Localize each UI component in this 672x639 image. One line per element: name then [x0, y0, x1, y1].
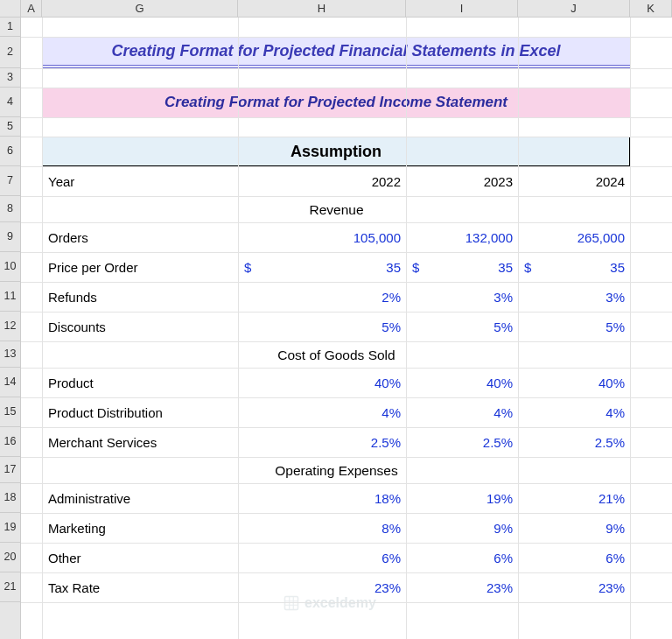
merch-2024[interactable]: 2.5%	[519, 428, 631, 458]
worksheet-grid[interactable]: Creating Format for Projected Financial …	[21, 18, 672, 639]
row-header-15[interactable]: 15	[0, 397, 20, 427]
year-2022-cell[interactable]: 2022	[239, 167, 407, 197]
ppo-2023[interactable]: $35	[407, 253, 519, 283]
refunds-label[interactable]: Refunds	[43, 283, 239, 312]
year-2023-cell[interactable]: 2023	[407, 167, 519, 197]
col-header-J[interactable]: J	[518, 0, 630, 17]
refunds-2022[interactable]: 2%	[239, 283, 407, 312]
column-header-row: A G H I J K	[0, 0, 672, 18]
merch-label[interactable]: Merchant Services	[43, 428, 239, 458]
product-row: Product 40% 40% 40%	[43, 369, 631, 398]
col-header-G[interactable]: G	[42, 0, 238, 17]
product-2022[interactable]: 40%	[239, 369, 407, 398]
ppo-label[interactable]: Price per Order	[43, 253, 239, 283]
other-row: Other 6% 6% 6%	[43, 544, 631, 573]
dollar-icon: $	[244, 260, 251, 275]
admin-2022[interactable]: 18%	[239, 484, 407, 514]
tax-2024[interactable]: 23%	[519, 573, 631, 603]
other-label[interactable]: Other	[43, 544, 239, 573]
refunds-row: Refunds 2% 3% 3%	[43, 283, 631, 312]
row-header-2[interactable]: 2	[0, 37, 20, 68]
orders-2024[interactable]: 265,000	[519, 223, 631, 253]
page-title-text: Creating Format for Projected Financial …	[111, 42, 560, 60]
merch-row: Merchant Services 2.5% 2.5% 2.5%	[43, 428, 631, 458]
refunds-2024[interactable]: 3%	[519, 283, 631, 312]
year-label-cell[interactable]: Year	[43, 167, 239, 197]
product-2023[interactable]: 40%	[407, 369, 519, 398]
mkt-2024[interactable]: 9%	[519, 514, 631, 544]
other-2024[interactable]: 6%	[519, 544, 631, 573]
section-revenue[interactable]: Revenue	[43, 197, 631, 223]
row-header-4[interactable]: 4	[0, 88, 20, 117]
discounts-2023[interactable]: 5%	[407, 312, 519, 342]
admin-label[interactable]: Administrative	[43, 484, 239, 514]
row-header-1[interactable]: 1	[0, 18, 20, 37]
proddist-2022[interactable]: 4%	[239, 398, 407, 428]
row-header-19[interactable]: 19	[0, 513, 20, 543]
mkt-2022[interactable]: 8%	[239, 514, 407, 544]
row-header-14[interactable]: 14	[0, 368, 20, 397]
sub-title: Creating Format for Projected Income Sta…	[42, 88, 630, 117]
row-header-20[interactable]: 20	[0, 543, 20, 572]
merch-2022[interactable]: 2.5%	[239, 428, 407, 458]
mkt-label[interactable]: Marketing	[43, 514, 239, 544]
row-header-5[interactable]: 5	[0, 117, 20, 137]
admin-2023[interactable]: 19%	[407, 484, 519, 514]
section-opex[interactable]: Operating Expenses	[43, 458, 631, 484]
assumption-header-text: Assumption	[290, 143, 382, 161]
discounts-2022[interactable]: 5%	[239, 312, 407, 342]
refunds-2023[interactable]: 3%	[407, 283, 519, 312]
assumption-table: Year 2022 2023 2024 Revenue Orders 105,0…	[42, 166, 631, 603]
col-header-I[interactable]: I	[406, 0, 518, 17]
page-title: Creating Format for Projected Financial …	[42, 37, 630, 68]
row-header-6[interactable]: 6	[0, 137, 20, 166]
product-2024[interactable]: 40%	[519, 369, 631, 398]
orders-2023[interactable]: 132,000	[407, 223, 519, 253]
ppo-2024-val: 35	[610, 260, 625, 275]
admin-row: Administrative 18% 19% 21%	[43, 484, 631, 514]
proddist-label[interactable]: Product Distribution	[43, 398, 239, 428]
col-header-K[interactable]: K	[630, 0, 672, 17]
mkt-row: Marketing 8% 9% 9%	[43, 514, 631, 544]
discounts-row: Discounts 5% 5% 5%	[43, 312, 631, 342]
row-header-13[interactable]: 13	[0, 341, 20, 368]
select-all-corner[interactable]	[0, 0, 21, 17]
row-header-7[interactable]: 7	[0, 166, 20, 196]
row-header-21[interactable]: 21	[0, 572, 20, 602]
ppo-2022[interactable]: $35	[239, 253, 407, 283]
assumption-header: Assumption	[42, 137, 630, 166]
orders-2022[interactable]: 105,000	[239, 223, 407, 253]
ppo-2023-val: 35	[498, 260, 513, 275]
orders-label[interactable]: Orders	[43, 223, 239, 253]
proddist-2024[interactable]: 4%	[519, 398, 631, 428]
col-header-H[interactable]: H	[238, 0, 406, 17]
row-header-3[interactable]: 3	[0, 68, 20, 88]
mkt-2023[interactable]: 9%	[407, 514, 519, 544]
tax-2022[interactable]: 23%	[239, 573, 407, 603]
sub-title-text: Creating Format for Projected Income Sta…	[164, 94, 508, 111]
col-header-A[interactable]: A	[21, 0, 42, 17]
orders-row: Orders 105,000 132,000 265,000	[43, 223, 631, 253]
tax-2023[interactable]: 23%	[407, 573, 519, 603]
year-2024-cell[interactable]: 2024	[519, 167, 631, 197]
row-header-11[interactable]: 11	[0, 282, 20, 312]
row-header-18[interactable]: 18	[0, 483, 20, 513]
row-header-10[interactable]: 10	[0, 252, 20, 282]
other-2023[interactable]: 6%	[407, 544, 519, 573]
admin-2024[interactable]: 21%	[519, 484, 631, 514]
other-2022[interactable]: 6%	[239, 544, 407, 573]
proddist-2023[interactable]: 4%	[407, 398, 519, 428]
merch-2023[interactable]: 2.5%	[407, 428, 519, 458]
row-header-12[interactable]: 12	[0, 312, 20, 341]
row-header-16[interactable]: 16	[0, 427, 20, 457]
tax-label[interactable]: Tax Rate	[43, 573, 239, 603]
row-header-17[interactable]: 17	[0, 457, 20, 483]
row-header-col: 123456789101112131415161718192021	[0, 18, 21, 639]
discounts-label[interactable]: Discounts	[43, 312, 239, 342]
section-cogs[interactable]: Cost of Goods Sold	[43, 342, 631, 369]
row-header-9[interactable]: 9	[0, 222, 20, 252]
ppo-2024[interactable]: $35	[519, 253, 631, 283]
product-label[interactable]: Product	[43, 369, 239, 398]
discounts-2024[interactable]: 5%	[519, 312, 631, 342]
row-header-8[interactable]: 8	[0, 196, 20, 222]
